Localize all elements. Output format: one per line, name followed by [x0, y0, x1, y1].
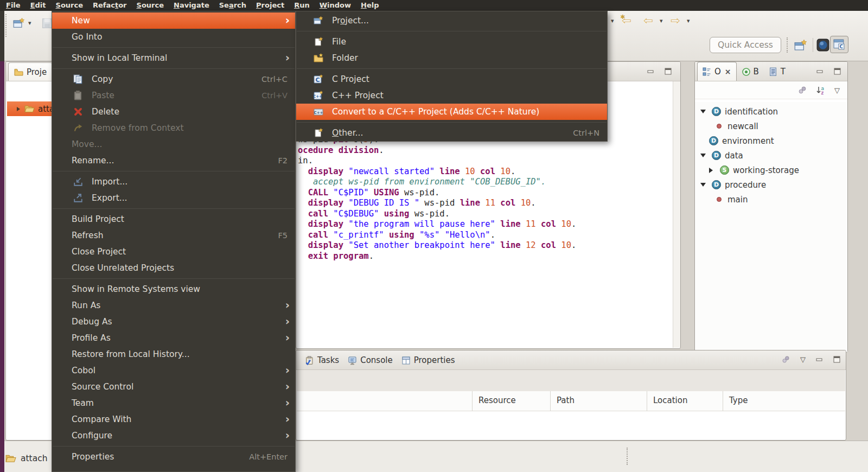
menu-item-file[interactable]: File	[296, 34, 607, 50]
outline-node-data[interactable]: Ddata	[695, 148, 847, 163]
menu-item-shortcut: Alt+Enter	[249, 449, 288, 465]
column-header-type[interactable]: Type	[729, 396, 748, 405]
new-wizard-button[interactable]	[12, 16, 26, 30]
outline-tab-b[interactable]: B	[737, 62, 764, 81]
minimize-icon[interactable]	[647, 68, 654, 75]
new-wizard-dropdown[interactable]: ▾	[28, 20, 31, 27]
menu-item-delete[interactable]: Delete	[52, 104, 295, 120]
outline-tab-o[interactable]: O×	[697, 62, 737, 81]
menu-item-profile-as[interactable]: Profile As›	[52, 330, 295, 346]
menubar-item-help-10[interactable]: Help	[356, 0, 384, 11]
menubar-item-search-6[interactable]: Search	[214, 0, 251, 11]
menubar-item-source-4[interactable]: Source	[132, 0, 169, 11]
menubar-item-refactor-3[interactable]: Refactor	[88, 0, 132, 11]
menu-item-compare-with[interactable]: Compare With›	[52, 411, 295, 428]
menu-item-refresh[interactable]: RefreshF5	[52, 227, 295, 244]
code-segment: col	[541, 219, 561, 229]
menu-item-import[interactable]: Import...	[52, 174, 295, 190]
column-header-resource[interactable]: Resource	[478, 396, 516, 405]
editor-scrollbar[interactable]	[673, 81, 680, 348]
column-divider	[472, 391, 473, 411]
tab-label: Properties	[414, 355, 455, 365]
code-segment	[298, 167, 308, 176]
menu-item-copy[interactable]: CopyCtrl+C	[52, 71, 295, 87]
menu-item-run-as[interactable]: Run As›	[52, 297, 295, 314]
maximize-icon[interactable]	[833, 68, 841, 75]
column-header-location[interactable]: Location	[653, 396, 687, 405]
menu-item-folder[interactable]: Folder	[296, 50, 607, 66]
menu-item-project[interactable]: Project...	[296, 12, 607, 29]
view-menu-icon[interactable]: ▽	[800, 355, 806, 363]
rse-perspective-button[interactable]	[816, 38, 830, 52]
menu-item-cobol[interactable]: Cobol›	[52, 362, 295, 379]
menu-item-configure[interactable]: Configure›	[52, 428, 295, 444]
menu-item-team[interactable]: Team›	[52, 395, 295, 411]
sort-icon[interactable]: az	[816, 85, 826, 95]
outline-tab-t[interactable]: T	[764, 62, 790, 81]
menubar-item-edit-1[interactable]: Edit	[25, 0, 51, 11]
menubar-item-run-8[interactable]: Run	[289, 0, 315, 11]
menu-item-new[interactable]: New›	[52, 12, 295, 29]
menu-item-c-project[interactable]: CC Project	[296, 71, 607, 87]
maximize-icon[interactable]	[833, 356, 840, 363]
menu-item-other[interactable]: Other...Ctrl+N	[296, 125, 607, 141]
outline-node-working-storage[interactable]: Sworking-storage	[695, 163, 847, 177]
code-segment: ws-pid.	[404, 188, 439, 197]
menu-item-convert-to-a-c-c-project-adds-c-c-nature[interactable]: C++Convert to a C/C++ Project (Adds C/C+…	[296, 104, 607, 120]
column-header-path[interactable]: Path	[557, 396, 575, 405]
last-edit-location-button[interactable]: ⇦✱	[622, 15, 631, 26]
menu-item-debug-as[interactable]: Debug As›	[52, 314, 295, 330]
open-perspective-button[interactable]	[793, 38, 808, 53]
link-with-editor-icon[interactable]	[797, 85, 807, 95]
tree-expanded-icon[interactable]	[700, 183, 706, 187]
code-segment: ws-pid.	[414, 209, 450, 219]
minimize-icon[interactable]	[815, 356, 823, 363]
outline-node-identification[interactable]: Didentification	[695, 104, 847, 119]
forward-dropdown[interactable]: ▾	[687, 17, 690, 24]
menu-item-go-into[interactable]: Go Into	[52, 29, 295, 45]
back-dropdown[interactable]: ▾	[660, 17, 663, 24]
menu-item-c-project[interactable]: C++C++ Project	[296, 87, 607, 104]
menubar-item-source-2[interactable]: Source	[51, 0, 88, 11]
tasks-table-body[interactable]	[297, 411, 845, 439]
view-menu-icon[interactable]: ▽	[834, 86, 840, 94]
minimize-icon[interactable]	[816, 68, 824, 75]
code-segment: in.	[298, 156, 313, 165]
menu-item-properties[interactable]: PropertiesAlt+Enter	[52, 449, 295, 465]
status-drag-handle[interactable]	[627, 448, 628, 465]
outline-node-procedure[interactable]: Dprocedure	[695, 177, 847, 192]
menu-item-rename[interactable]: Rename...F2	[52, 152, 295, 169]
tab-tasks[interactable]: Tasks	[301, 351, 343, 369]
close-icon[interactable]: ×	[725, 67, 731, 76]
tab-project-explorer[interactable]: Proje	[8, 62, 53, 81]
back-button[interactable]: ⇦	[643, 15, 653, 26]
tab-properties[interactable]: Properties	[397, 351, 459, 369]
menu-item-close-unrelated-projects[interactable]: Close Unrelated Projects	[52, 260, 295, 276]
menubar-item-project-7[interactable]: Project	[251, 0, 289, 11]
toolbar-drag-handle[interactable]	[5, 14, 7, 37]
tab-console[interactable]: Console	[343, 351, 397, 369]
menu-item-restore-from-local-history[interactable]: Restore from Local History...	[52, 346, 295, 362]
tree-expanded-icon[interactable]	[700, 110, 706, 113]
menubar-item-window-9[interactable]: Window	[315, 0, 356, 11]
tree-expanded-icon[interactable]	[700, 154, 706, 157]
code-line: ocedure division.	[298, 145, 576, 156]
menubar-item-file-0[interactable]: File	[1, 0, 25, 11]
quick-access-field[interactable]: Quick Access	[710, 37, 781, 53]
menu-item-source-control[interactable]: Source Control›	[52, 379, 295, 395]
menubar-item-navigate-5[interactable]: Navigate	[169, 0, 214, 11]
maximize-icon[interactable]	[664, 68, 672, 75]
filter-icon[interactable]	[781, 355, 790, 364]
menu-item-close-project[interactable]: Close Project	[52, 244, 295, 260]
menu-item-show-in-remote-systems-view[interactable]: Show in Remote Systems view	[52, 281, 295, 297]
cpp-perspective-button[interactable]: C	[830, 36, 848, 53]
outline-node-environment[interactable]: Denvironment	[695, 133, 847, 148]
forward-button[interactable]: ⇨	[671, 15, 680, 26]
menu-item-show-in-local-terminal[interactable]: Show in Local Terminal›	[52, 50, 295, 66]
history-dropdown[interactable]: ▾	[611, 17, 614, 24]
menu-item-export[interactable]: Export...	[52, 190, 295, 206]
menu-item-build-project[interactable]: Build Project	[52, 211, 295, 227]
outline-node-newcall[interactable]: newcall	[695, 119, 847, 133]
tree-collapsed-icon[interactable]	[709, 168, 713, 173]
outline-node-main[interactable]: main	[695, 192, 847, 207]
